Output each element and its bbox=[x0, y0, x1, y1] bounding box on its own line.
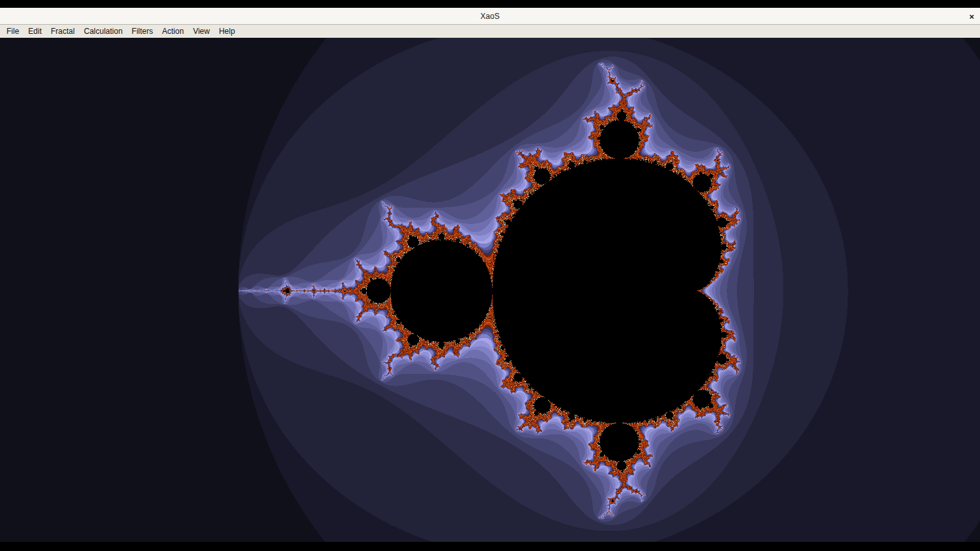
window-title: XaoS bbox=[480, 12, 499, 21]
menu-item-view[interactable]: View bbox=[188, 25, 214, 37]
menu-item-fractal[interactable]: Fractal bbox=[46, 25, 79, 37]
menu-item-help[interactable]: Help bbox=[214, 25, 240, 37]
menu-item-filters[interactable]: Filters bbox=[127, 25, 158, 37]
title-bar: XaoS × bbox=[0, 8, 980, 25]
menu-bar: File Edit Fractal Calculation Filters Ac… bbox=[0, 25, 980, 38]
menu-item-edit[interactable]: Edit bbox=[23, 25, 46, 37]
screen-bottom-strip bbox=[0, 542, 980, 551]
screen-top-strip bbox=[0, 0, 980, 8]
close-icon[interactable]: × bbox=[969, 12, 974, 20]
menu-item-action[interactable]: Action bbox=[158, 25, 188, 37]
menu-item-file[interactable]: File bbox=[2, 25, 23, 37]
menu-item-calculation[interactable]: Calculation bbox=[79, 25, 127, 37]
fractal-canvas[interactable] bbox=[0, 38, 980, 542]
